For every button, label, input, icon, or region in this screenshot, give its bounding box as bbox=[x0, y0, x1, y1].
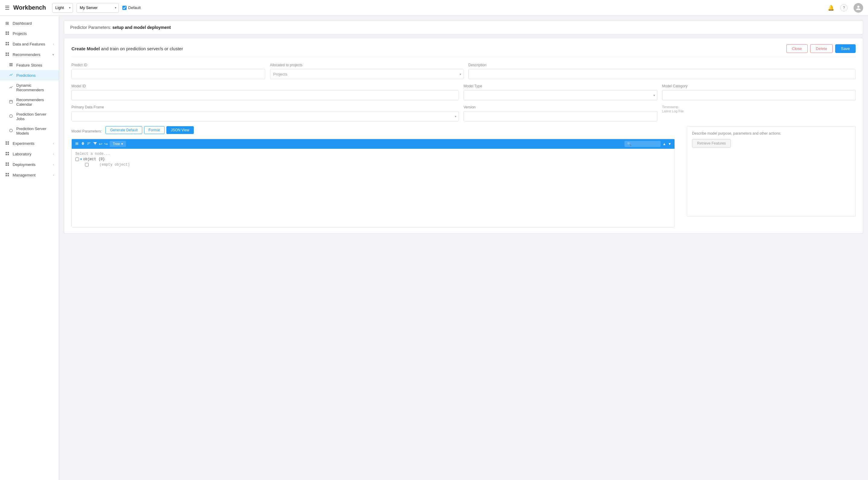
tree-filter-icon[interactable] bbox=[93, 141, 97, 147]
allocated-select[interactable]: Projects bbox=[270, 69, 464, 79]
default-checkbox-label[interactable]: Default bbox=[122, 5, 141, 10]
json-select-node-text: Select a node... bbox=[75, 151, 671, 157]
tree-view-button[interactable]: Tree ▾ bbox=[110, 141, 126, 147]
form-row-3: Primary Data Frame ▾ Version Timestamp bbox=[71, 105, 856, 122]
prediction-server-jobs-icon bbox=[8, 114, 13, 119]
sidebar-item-data-features[interactable]: Data and Features ‹ bbox=[0, 39, 59, 49]
json-search-up-icon[interactable]: ▲ bbox=[662, 142, 666, 146]
tree-sort-icon[interactable] bbox=[87, 141, 91, 147]
svg-rect-2 bbox=[6, 33, 7, 35]
form-title-strong: Create Model bbox=[71, 46, 100, 51]
prediction-server-models-icon bbox=[8, 129, 13, 133]
default-checkbox[interactable] bbox=[122, 6, 127, 10]
svg-rect-1 bbox=[7, 32, 9, 33]
sidebar-item-projects[interactable]: Projects bbox=[0, 28, 59, 39]
sidebar-item-recommenders-calendar[interactable]: Recommenders Calendar bbox=[0, 95, 59, 109]
sidebar-item-experiments[interactable]: Experiments ‹ bbox=[0, 138, 59, 149]
sidebar-item-prediction-server-models[interactable]: Prediction Server Models bbox=[0, 124, 59, 138]
model-params-label: Model Parameters: bbox=[71, 127, 102, 133]
sidebar-label-recommenders-calendar: Recommenders Calendar bbox=[16, 98, 54, 107]
sidebar-label-experiments: Experiments bbox=[13, 141, 50, 146]
breadcrumb-prefix: Predictor Parameters: bbox=[70, 25, 111, 30]
json-view-button[interactable]: JSON View bbox=[166, 126, 194, 134]
sidebar-label-dashboard: Dashboard bbox=[13, 21, 54, 26]
sidebar-item-predictions[interactable]: Predictions bbox=[0, 70, 59, 80]
sidebar-item-dashboard[interactable]: ⊞ Dashboard bbox=[0, 18, 59, 28]
primary-df-group: Primary Data Frame ▾ bbox=[71, 105, 459, 122]
sidebar-item-dynamic-recommenders[interactable]: Dynamic Recommenders bbox=[0, 80, 59, 95]
theme-select[interactable]: Light Dark bbox=[52, 3, 73, 13]
generate-default-button[interactable]: Generate Default bbox=[105, 126, 142, 134]
timestamp-log-group: Timestamp Latest Log File bbox=[662, 105, 856, 122]
tree-collapse-all-icon[interactable] bbox=[75, 141, 79, 147]
recommenders-arrow-icon: ▾ bbox=[53, 53, 54, 56]
json-node-checkbox[interactable] bbox=[75, 158, 79, 161]
format-button[interactable]: Format bbox=[144, 126, 164, 134]
tree-expand-all-icon[interactable] bbox=[81, 141, 85, 147]
sidebar-label-laboratory: Laboratory bbox=[13, 152, 50, 156]
description-group: Description bbox=[468, 63, 856, 79]
topbar: ☰ Workbench Light Dark ▾ My Server ▾ Def… bbox=[0, 0, 868, 16]
tree-undo-icon[interactable]: ↩ bbox=[99, 141, 102, 146]
svg-rect-4 bbox=[9, 63, 13, 64]
model-category-input[interactable] bbox=[662, 90, 856, 100]
json-tree-body: Select a node... ▼ object {0} (empty obj… bbox=[72, 149, 675, 227]
app-title: Workbench bbox=[13, 4, 46, 11]
save-button[interactable]: Save bbox=[835, 44, 856, 53]
json-search-down-icon[interactable]: ▼ bbox=[668, 142, 672, 146]
deployments-arrow-icon: ‹ bbox=[53, 163, 54, 166]
model-id-input[interactable] bbox=[71, 90, 459, 100]
menu-icon[interactable]: ☰ bbox=[5, 4, 10, 11]
avatar[interactable] bbox=[854, 3, 863, 13]
default-label: Default bbox=[128, 5, 141, 10]
sidebar-item-deployments[interactable]: Deployments ‹ bbox=[0, 159, 59, 170]
version-input[interactable] bbox=[464, 111, 657, 122]
data-features-arrow-icon: ‹ bbox=[53, 42, 54, 46]
topbar-right: 🔔 ? bbox=[828, 3, 863, 13]
sidebar-item-prediction-server-jobs[interactable]: Prediction Server Jobs bbox=[0, 109, 59, 124]
right-panel-inner: Describe model purpose, parameters and o… bbox=[687, 126, 856, 216]
json-node-expand-icon[interactable]: ▼ bbox=[80, 158, 82, 161]
server-select[interactable]: My Server bbox=[76, 3, 119, 13]
help-icon[interactable]: ? bbox=[840, 4, 847, 11]
sidebar-item-laboratory[interactable]: Laboratory ‹ bbox=[0, 149, 59, 159]
sidebar-label-recommenders: Recommenders bbox=[13, 53, 50, 57]
predict-id-label: Predict ID bbox=[71, 63, 265, 67]
svg-rect-3 bbox=[7, 33, 9, 35]
sidebar-label-prediction-server-models: Prediction Server Models bbox=[16, 127, 54, 136]
sidebar-item-recommenders[interactable]: Recommenders ▾ bbox=[0, 49, 59, 60]
model-type-select[interactable] bbox=[464, 90, 657, 100]
svg-point-12 bbox=[9, 129, 12, 132]
svg-rect-7 bbox=[9, 100, 12, 103]
sidebar-label-prediction-server-jobs: Prediction Server Jobs bbox=[16, 112, 54, 121]
json-empty-checkbox[interactable] bbox=[85, 163, 89, 167]
feature-stores-icon bbox=[8, 63, 13, 67]
sidebar-label-projects: Projects bbox=[13, 31, 54, 36]
model-category-label: Model Category bbox=[662, 84, 856, 88]
log-label: Latest Log File bbox=[662, 109, 856, 113]
predict-id-group: Predict ID bbox=[71, 63, 265, 79]
delete-button[interactable]: Delete bbox=[810, 44, 833, 53]
version-group: Version bbox=[464, 105, 657, 122]
json-search-input[interactable] bbox=[624, 141, 661, 147]
model-params-section: Model Parameters: Generate Default Forma… bbox=[71, 126, 856, 227]
bell-icon[interactable]: 🔔 bbox=[828, 4, 834, 11]
close-button[interactable]: Close bbox=[786, 44, 808, 53]
sidebar-label-deployments: Deployments bbox=[13, 162, 50, 167]
retrieve-features-button[interactable]: Retrieve Features bbox=[692, 139, 731, 147]
json-node-object: ▼ object {0} bbox=[75, 157, 671, 162]
management-icon bbox=[5, 173, 10, 178]
sidebar-item-management[interactable]: Management ‹ bbox=[0, 170, 59, 180]
json-tree-container: ↩ ↪ Tree ▾ ▲ ▼ Select a node... bbox=[71, 139, 675, 227]
model-type-group: Model Type ▾ bbox=[464, 84, 657, 100]
sidebar-item-feature-stores[interactable]: Feature Stores bbox=[0, 60, 59, 70]
model-id-group: Model ID bbox=[71, 84, 459, 100]
management-arrow-icon: ‹ bbox=[53, 173, 54, 177]
predict-id-input[interactable] bbox=[71, 69, 265, 79]
description-input[interactable] bbox=[468, 69, 856, 79]
timestamp-label: Timestamp bbox=[662, 105, 856, 109]
primary-df-select[interactable] bbox=[71, 111, 459, 122]
laboratory-arrow-icon: ‹ bbox=[53, 152, 54, 156]
experiments-icon bbox=[5, 141, 10, 146]
tree-redo-icon[interactable]: ↪ bbox=[104, 141, 108, 146]
